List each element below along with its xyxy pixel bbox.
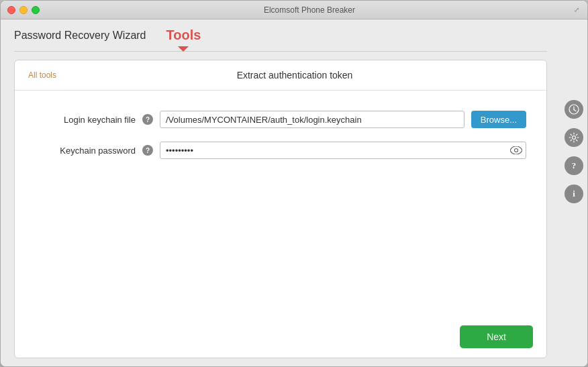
svg-point-4: [573, 136, 576, 140]
keychain-file-help-icon[interactable]: ?: [142, 114, 153, 125]
right-sidebar: ? i: [560, 19, 587, 366]
keychain-password-label: Keychain password: [35, 146, 136, 156]
nav-header: Password Recovery Wizard Tools: [1, 19, 560, 51]
keychain-password-row: Keychain password ?: [35, 142, 526, 159]
app-window: Elcomsoft Phone Breaker ⤢ Password Recov…: [0, 0, 588, 367]
info-icon[interactable]: i: [565, 185, 583, 203]
clock-icon[interactable]: [565, 100, 583, 119]
wizard-nav-item[interactable]: Password Recovery Wizard: [14, 30, 146, 50]
title-bar: Elcomsoft Phone Breaker ⤢: [1, 1, 587, 19]
show-password-icon[interactable]: [510, 146, 522, 154]
nav-divider: [14, 51, 547, 52]
content-area: Password Recovery Wizard Tools All tools…: [1, 19, 560, 366]
card-title: Extract authentication token: [56, 70, 533, 81]
browse-button[interactable]: Browse...: [471, 111, 526, 128]
keychain-password-help-icon[interactable]: ?: [142, 145, 153, 156]
keychain-file-label: Login keychain file: [35, 115, 136, 125]
all-tools-link[interactable]: All tools: [28, 70, 56, 80]
main-card: All tools Extract authentication token L…: [14, 60, 547, 358]
card-body: Login keychain file ? Browse... Keychain…: [15, 91, 546, 316]
card-footer: Next: [15, 316, 546, 358]
keychain-password-input[interactable]: [160, 142, 526, 159]
minimize-button[interactable]: [19, 6, 28, 14]
next-button[interactable]: Next: [460, 325, 533, 348]
keychain-file-input[interactable]: [160, 111, 464, 128]
window-title: Elcomsoft Phone Breaker: [46, 5, 573, 15]
help-icon[interactable]: ?: [565, 156, 583, 175]
svg-line-3: [574, 110, 576, 111]
close-button[interactable]: [7, 6, 15, 14]
main-layout: Password Recovery Wizard Tools All tools…: [1, 19, 587, 366]
traffic-lights: [7, 6, 40, 14]
svg-point-0: [515, 149, 518, 152]
maximize-button[interactable]: [32, 6, 40, 14]
password-wrapper: [160, 142, 526, 159]
card-header: All tools Extract authentication token: [15, 60, 546, 91]
tools-nav-item[interactable]: Tools: [166, 28, 201, 51]
keychain-file-row: Login keychain file ? Browse...: [35, 111, 526, 128]
settings-icon[interactable]: [565, 128, 583, 147]
resize-icon[interactable]: ⤢: [573, 6, 581, 14]
